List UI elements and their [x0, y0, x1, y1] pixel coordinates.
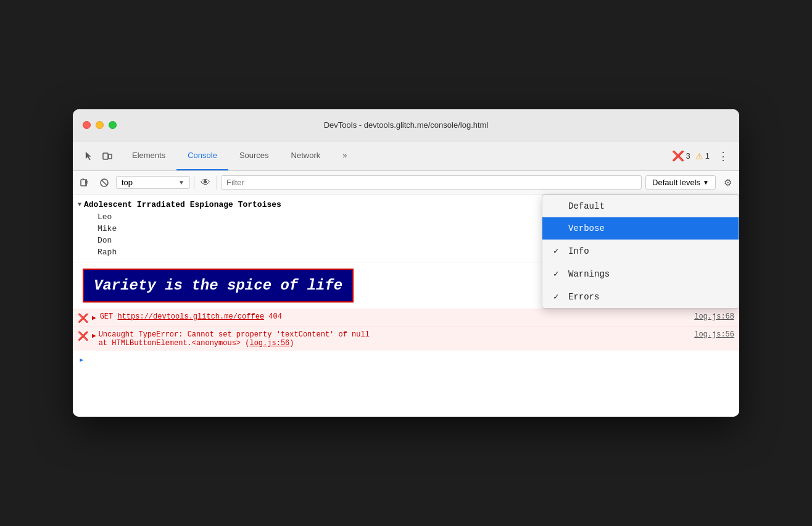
error-row-inner-2: ▶ Uncaught TypeError: Cannot set propert… — [92, 330, 690, 348]
svg-rect-1 — [109, 154, 112, 159]
check-info: ✓ — [553, 246, 563, 256]
svg-rect-2 — [81, 180, 86, 186]
tab-network[interactable]: Network — [280, 141, 332, 170]
console-toolbar: top ▼ 👁 Default levels ▼ ⚙ — [73, 171, 739, 194]
error-row-1: ❌ ▶ GET https://devtools.glitch.me/coffe… — [73, 309, 739, 327]
context-dropdown-arrow: ▼ — [178, 179, 184, 186]
check-warnings: ✓ — [553, 269, 563, 279]
expand-icon-2[interactable]: ▶ — [92, 332, 96, 340]
separator2 — [217, 176, 217, 190]
console-prompt[interactable]: ▸ — [73, 351, 739, 369]
minimize-button[interactable] — [96, 121, 104, 129]
error-count[interactable]: ❌ 3 — [672, 150, 690, 162]
eye-icon[interactable]: 👁 — [198, 177, 213, 188]
expand-triangle: ▼ — [78, 201, 81, 208]
variety-banner: Variety is the spice of life — [83, 269, 354, 303]
error-line-2[interactable]: log.js:56 — [694, 330, 734, 339]
cursor-icon[interactable] — [80, 148, 97, 165]
dropdown-item-verbose[interactable]: Verbose — [542, 217, 739, 240]
prompt-arrow: ▸ — [79, 354, 84, 365]
error-line-1[interactable]: log.js:68 — [694, 312, 734, 321]
more-options-button[interactable]: ⋮ — [715, 148, 732, 165]
error-subtext-2: at HTMLButtonElement.<anonymous> (log.js… — [99, 339, 691, 348]
filter-input[interactable] — [221, 175, 642, 190]
toolbar-left-icons — [75, 141, 121, 170]
clear-console-button[interactable] — [77, 175, 93, 191]
devtools-window: DevTools - devtools.glitch.me/console/lo… — [73, 109, 739, 417]
expand-icon-1[interactable]: ▶ — [92, 314, 96, 322]
levels-dropdown-arrow: ▼ — [703, 179, 709, 186]
svg-rect-0 — [103, 153, 108, 159]
warning-count[interactable]: ⚠ 1 — [695, 151, 710, 161]
device-icon[interactable] — [99, 148, 116, 165]
error-icon-2: ❌ — [78, 331, 88, 341]
levels-dropdown-button[interactable]: Default levels ▼ — [645, 175, 716, 190]
no-entry-button[interactable] — [96, 175, 112, 191]
error-link-1[interactable]: https://devtools.glitch.me/coffee — [117, 312, 264, 321]
tab-elements[interactable]: Elements — [121, 141, 176, 170]
error-icon-1: ❌ — [78, 313, 88, 324]
dropdown-item-default[interactable]: Default — [542, 195, 739, 217]
error-text-1: GET https://devtools.glitch.me/coffee 40… — [100, 312, 691, 321]
traffic-lights — [83, 121, 117, 129]
dropdown-item-warnings[interactable]: ✓ Warnings — [542, 262, 739, 285]
context-selector[interactable]: top ▼ — [116, 176, 190, 189]
error-multiline-2: Uncaught TypeError: Cannot set property … — [99, 330, 691, 348]
titlebar: DevTools - devtools.glitch.me/console/lo… — [73, 109, 739, 141]
settings-button[interactable]: ⚙ — [719, 175, 735, 191]
dropdown-item-info[interactable]: ✓ Info — [542, 240, 739, 262]
toolbar-right: ❌ 3 ⚠ 1 ⋮ — [672, 141, 737, 170]
error-text-2: Uncaught TypeError: Cannot set property … — [99, 330, 691, 339]
check-errors: ✓ — [553, 291, 563, 302]
tab-console[interactable]: Console — [176, 141, 228, 170]
dropdown-item-errors[interactable]: ✓ Errors — [542, 285, 739, 308]
tab-more[interactable]: » — [331, 141, 358, 170]
error-row-2: ❌ ▶ Uncaught TypeError: Cannot set prope… — [73, 327, 739, 351]
variety-text: Variety is the spice of life — [94, 277, 342, 294]
window-title: DevTools - devtools.glitch.me/console/lo… — [324, 120, 489, 130]
levels-dropdown: Default Verbose ✓ Info ✓ Warnings ✓ Erro… — [542, 194, 739, 309]
close-button[interactable] — [83, 121, 91, 129]
tabs-toolbar: Elements Console Sources Network » ❌ 3 ⚠… — [73, 141, 739, 171]
svg-line-8 — [102, 180, 107, 185]
separator — [194, 176, 194, 190]
console-content: ▼ Adolescent Irradiated Espionage Tortoi… — [73, 194, 739, 417]
tab-sources[interactable]: Sources — [228, 141, 280, 170]
error-sublink-2[interactable]: log.js:56 — [249, 339, 289, 348]
maximize-button[interactable] — [109, 121, 117, 129]
